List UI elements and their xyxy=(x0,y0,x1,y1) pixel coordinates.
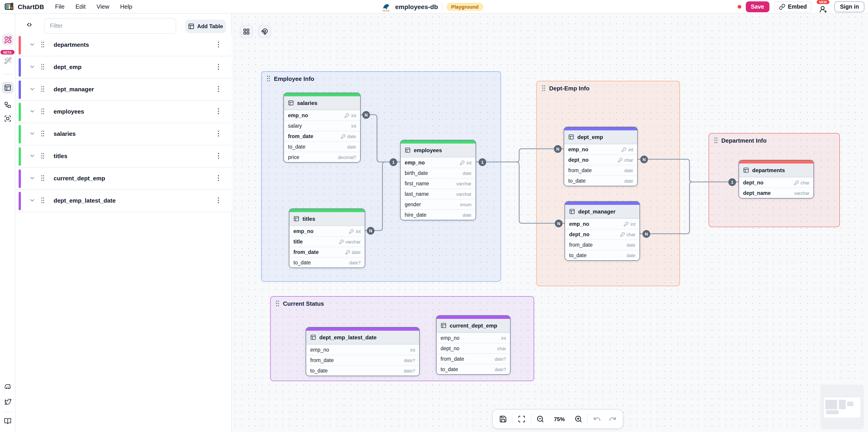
chevron-down-icon[interactable] xyxy=(29,86,35,92)
sidebar-table-row[interactable]: salaries xyxy=(16,123,231,145)
settings-gear-icon[interactable] xyxy=(2,430,13,432)
signin-button[interactable]: Sign in xyxy=(835,1,864,12)
table-field-row[interactable]: from_datedate xyxy=(289,247,365,257)
drag-grip-icon[interactable] xyxy=(40,130,45,137)
table-field-row[interactable]: emp_noint xyxy=(289,226,365,236)
kebab-menu-icon[interactable] xyxy=(215,175,222,182)
drag-grip-icon[interactable] xyxy=(40,85,45,93)
chevron-down-icon[interactable] xyxy=(29,108,35,115)
table-header[interactable]: dept_emp_latest_date xyxy=(306,331,419,344)
chevron-down-icon[interactable] xyxy=(29,197,35,204)
snap-magnet-button[interactable] xyxy=(258,25,271,38)
diagram-table-titles[interactable]: titlesemp_nointtitlevarcharfrom_datedate… xyxy=(289,209,365,268)
sidebar-table-row[interactable]: departments xyxy=(16,34,231,56)
sidebar-table-row[interactable]: current_dept_emp xyxy=(16,167,231,190)
table-field-row[interactable]: pricedecimal? xyxy=(284,152,360,162)
table-field-row[interactable]: dept_nochar xyxy=(436,343,510,353)
table-field-row[interactable]: birth_datedate xyxy=(401,167,475,178)
kebab-menu-icon[interactable] xyxy=(215,107,222,115)
undo-button[interactable] xyxy=(591,412,603,426)
drag-grip-icon[interactable] xyxy=(40,63,45,70)
layout-grid-button[interactable] xyxy=(240,25,252,38)
drag-grip-icon[interactable] xyxy=(40,197,45,204)
diagram-table-salaries[interactable]: salariesemp_nointsalaryintfrom_datedatet… xyxy=(283,93,361,163)
table-field-row[interactable]: to_datedate xyxy=(564,175,637,186)
table-header[interactable]: departments xyxy=(739,163,813,177)
kebab-menu-icon[interactable] xyxy=(215,152,222,159)
embed-button[interactable]: Embed xyxy=(774,1,812,12)
editor-tools-icon[interactable] xyxy=(2,34,13,45)
table-field-row[interactable]: from_datedate? xyxy=(306,355,419,365)
add-table-button[interactable]: Add Table xyxy=(185,20,226,33)
table-field-row[interactable]: to_datedate xyxy=(565,250,640,260)
areas-panel-icon[interactable] xyxy=(2,113,13,124)
drag-grip-icon[interactable] xyxy=(40,175,45,182)
drag-grip-icon[interactable] xyxy=(40,41,45,48)
table-header[interactable]: employees xyxy=(401,144,475,157)
table-field-row[interactable]: dept_namevarchar xyxy=(739,188,813,198)
discord-icon[interactable] xyxy=(2,381,13,393)
filter-input[interactable] xyxy=(44,18,176,34)
kebab-menu-icon[interactable] xyxy=(215,85,222,93)
relationships-panel-icon[interactable] xyxy=(2,99,13,111)
table-field-row[interactable]: titlevarchar xyxy=(289,236,365,247)
chevron-down-icon[interactable] xyxy=(29,175,35,181)
table-field-row[interactable]: emp_noint xyxy=(564,144,637,154)
sidebar-table-row[interactable]: dept_manager xyxy=(16,79,231,101)
zoom-level[interactable]: 75% xyxy=(550,416,569,422)
drag-grip-icon[interactable] xyxy=(40,107,45,115)
menu-help[interactable]: Help xyxy=(120,3,132,10)
table-field-row[interactable]: to_datedate? xyxy=(289,257,365,268)
table-field-row[interactable]: to_datedate xyxy=(284,141,360,152)
menu-file[interactable]: File xyxy=(55,3,64,10)
table-field-row[interactable]: emp_noint xyxy=(284,110,360,120)
save-button[interactable]: Save xyxy=(746,1,769,12)
menu-edit[interactable]: Edit xyxy=(75,3,86,10)
table-field-row[interactable]: emp_noint xyxy=(306,344,419,355)
tables-panel-icon[interactable] xyxy=(2,82,13,94)
diagram-table-departments[interactable]: departmentsdept_nochardept_namevarchar xyxy=(739,160,814,198)
table-header[interactable]: dept_emp xyxy=(564,130,637,144)
chevron-down-icon[interactable] xyxy=(29,64,35,70)
table-field-row[interactable]: from_datedate xyxy=(564,165,637,175)
diagram-canvas[interactable]: Employee InfoDept-Emp InfoDepartment Inf… xyxy=(231,13,868,432)
twitter-icon[interactable] xyxy=(2,396,13,407)
sidebar-table-row[interactable]: dept_emp xyxy=(16,56,231,79)
invite-user-button[interactable]: NEW xyxy=(816,0,830,13)
kebab-menu-icon[interactable] xyxy=(215,197,222,204)
menu-view[interactable]: View xyxy=(96,3,109,10)
fit-view-button[interactable] xyxy=(515,412,528,426)
table-field-row[interactable]: last_namevarchar xyxy=(401,188,475,199)
brand[interactable]: ChartDB xyxy=(4,2,44,11)
table-field-row[interactable]: from_datedate? xyxy=(436,353,510,364)
chevron-down-icon[interactable] xyxy=(29,130,35,137)
chevron-down-icon[interactable] xyxy=(29,41,35,48)
kebab-menu-icon[interactable] xyxy=(215,63,222,70)
diagram-table-dept_emp_latest_date[interactable]: dept_emp_latest_dateemp_nointfrom_dateda… xyxy=(306,327,420,376)
table-field-row[interactable]: dept_nochar xyxy=(564,154,637,165)
table-header[interactable]: dept_manager xyxy=(565,205,640,218)
table-field-row[interactable]: emp_noint xyxy=(436,333,510,343)
table-field-row[interactable]: dept_nochar xyxy=(565,229,640,239)
minimap[interactable] xyxy=(820,385,864,429)
sidebar-table-row[interactable]: employees xyxy=(16,101,231,123)
kebab-menu-icon[interactable] xyxy=(215,130,222,137)
chevron-down-icon[interactable] xyxy=(29,153,35,159)
table-field-row[interactable]: from_datedate xyxy=(284,131,360,141)
docs-icon[interactable] xyxy=(2,415,13,427)
table-header[interactable]: current_dept_emp xyxy=(436,319,510,333)
table-field-row[interactable]: first_namevarchar xyxy=(401,178,475,188)
diagram-table-current_dept_emp[interactable]: current_dept_empemp_nointdept_nocharfrom… xyxy=(436,315,510,375)
zoom-in-button[interactable] xyxy=(572,412,585,426)
table-field-row[interactable]: emp_noint xyxy=(401,157,475,167)
sidebar-table-row[interactable]: dept_emp_latest_date xyxy=(16,190,231,212)
table-field-row[interactable]: to_datedate? xyxy=(436,364,510,374)
table-field-row[interactable]: to_datedate? xyxy=(306,365,419,376)
diagram-title[interactable]: employees-db xyxy=(395,3,438,10)
redo-button[interactable] xyxy=(606,412,619,426)
table-header[interactable]: titles xyxy=(289,212,365,226)
table-header[interactable]: salaries xyxy=(284,96,360,110)
sidebar-table-row[interactable]: titles xyxy=(16,145,231,167)
diagram-table-dept_manager[interactable]: dept_manageremp_nointdept_nocharfrom_dat… xyxy=(565,201,640,261)
table-field-row[interactable]: genderenum xyxy=(401,199,475,209)
